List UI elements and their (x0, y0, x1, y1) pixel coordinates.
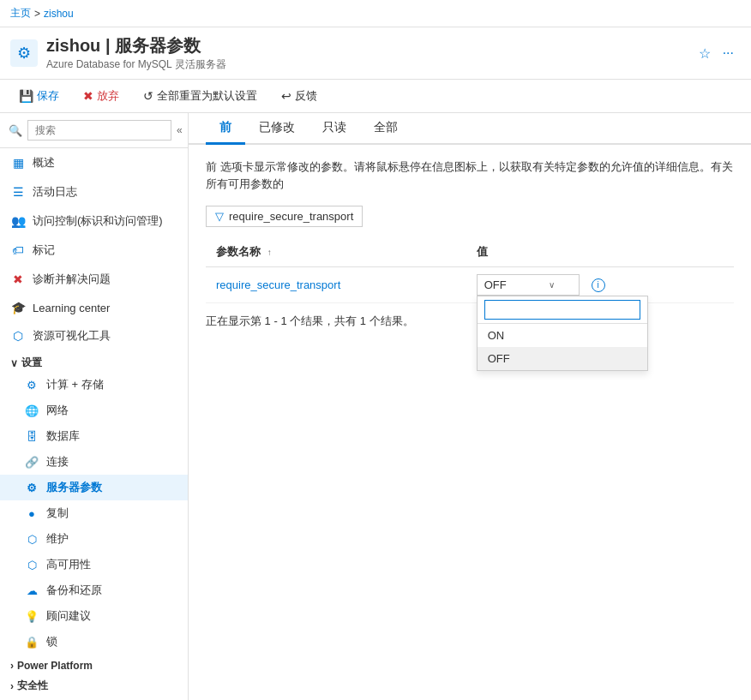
breadcrumb-current[interactable]: zishou (44, 8, 74, 20)
sidebar-item-label: 网络 (46, 403, 69, 418)
search-icon: 🔍 (9, 124, 22, 137)
search-box: 🔍 « (0, 113, 188, 148)
param-name[interactable]: require_secure_transport (216, 278, 340, 291)
sidebar-group-security[interactable]: › 安全性 (0, 673, 188, 695)
sidebar-item-label: 顾问建议 (46, 608, 91, 624)
sidebar-item-connect[interactable]: 🔗 连接 (0, 449, 188, 475)
result-count-text: 正在显示第 1 - 1 个结果，共有 1 个结果。 (206, 314, 734, 329)
info-icon[interactable]: i (592, 278, 605, 292)
server-params-icon: ⚙ (24, 482, 39, 494)
activity-log-icon: ☰ (10, 185, 26, 199)
tab-all[interactable]: 全部 (360, 113, 412, 145)
favorite-button[interactable]: ☆ (695, 42, 714, 65)
save-button[interactable]: 💾 保存 (14, 85, 64, 107)
sidebar-group-monitor[interactable]: › 监视 (0, 695, 188, 700)
sidebar-item-overview[interactable]: ▦ 概述 (0, 148, 188, 177)
breadcrumb-home[interactable]: 主页 (10, 6, 31, 21)
dropdown-select[interactable]: OFF ∨ (477, 274, 580, 296)
sidebar-item-server-params[interactable]: ⚙ 服务器参数 (0, 475, 188, 500)
sidebar-item-compute-storage[interactable]: ⚙ 计算 + 存储 (0, 372, 188, 398)
tags-icon: 🏷 (10, 243, 26, 257)
header-text-group: zishou | 服务器参数 Azure Database for MySQL … (46, 34, 226, 72)
sidebar-item-label: 连接 (46, 454, 69, 470)
sidebar-item-label: 资源可视化工具 (33, 328, 111, 344)
discard-button[interactable]: ✖ 放弃 (78, 85, 124, 107)
settings-group[interactable]: ∨ 设置 (0, 350, 188, 372)
value-dropdown[interactable]: OFF ∨ ON OFF (477, 274, 580, 296)
sidebar-item-label: 复制 (46, 506, 69, 521)
sidebar-item-label: 备份和还原 (46, 583, 102, 598)
search-input[interactable] (27, 120, 171, 141)
sidebar-item-label: 访问控制(标识和访问管理) (33, 213, 163, 229)
overview-icon: ▦ (10, 156, 26, 170)
page-subtitle: Azure Database for MySQL 灵活服务器 (46, 57, 226, 72)
dropdown-search-input[interactable] (484, 300, 640, 320)
more-button[interactable]: ··· (719, 42, 737, 64)
sort-icon[interactable]: ↑ (267, 248, 272, 257)
col-name-header: 参数名称 ↑ (206, 237, 466, 267)
sidebar-item-high-avail[interactable]: ⬡ 高可用性 (0, 552, 188, 577)
dropdown-option-off[interactable]: OFF (478, 347, 647, 370)
sidebar-item-label: 数据库 (46, 428, 80, 444)
sidebar-item-activity-log[interactable]: ☰ 活动日志 (0, 177, 188, 206)
parameter-table: 参数名称 ↑ 值 require_secure_transport (206, 237, 734, 303)
sidebar-group-label: 安全性 (17, 679, 48, 693)
sidebar-item-label: 概述 (33, 155, 55, 171)
sidebar-item-tags[interactable]: 🏷 标记 (0, 236, 188, 265)
diagnose-icon: ✖ (10, 272, 26, 286)
settings-group-collapse-icon: ∨ (10, 357, 18, 369)
sidebar-item-access-control[interactable]: 👥 访问控制(标识和访问管理) (0, 206, 188, 236)
sidebar-group-label: Power Platform (17, 660, 93, 672)
feedback-button[interactable]: ↩ 反馈 (276, 85, 322, 107)
reset-button[interactable]: ↺ 全部重置为默认设置 (138, 85, 262, 107)
service-icon: ⚙ (10, 39, 38, 67)
filter-bar: ▽ require_secure_transport (206, 206, 363, 227)
tab-bar: 前 已修改 只读 全部 (189, 113, 751, 145)
access-control-icon: 👥 (10, 214, 26, 228)
sidebar-item-diagnose[interactable]: ✖ 诊断并解决问题 (0, 265, 188, 294)
security-expand-icon: › (10, 680, 14, 692)
filter-text: require_secure_transport (229, 210, 353, 223)
sidebar-item-label: 诊断并解决问题 (33, 272, 111, 287)
advisor-icon: 💡 (24, 610, 39, 623)
dropdown-option-on[interactable]: ON (478, 324, 647, 347)
tab-modified[interactable]: 前 (206, 113, 245, 145)
sidebar-item-network[interactable]: 🌐 网络 (0, 398, 188, 423)
sidebar-item-replication[interactable]: ● 复制 (0, 500, 188, 526)
sidebar-item-lock[interactable]: 🔒 锁 (0, 629, 188, 655)
tab-readonly[interactable]: 只读 (309, 113, 360, 145)
connect-icon: 🔗 (24, 456, 39, 469)
sidebar-item-maintenance[interactable]: ⬡ 维护 (0, 526, 188, 552)
backup-restore-icon: ☁ (24, 584, 39, 597)
high-avail-icon: ⬡ (24, 559, 39, 571)
sidebar-item-database[interactable]: 🗄 数据库 (0, 423, 188, 449)
sidebar-group-power-platform[interactable]: › Power Platform (0, 655, 188, 673)
replication-icon: ● (24, 507, 39, 520)
reset-icon: ↺ (143, 89, 153, 103)
header-actions: ☆ ··· (695, 42, 737, 65)
col-value-header: 值 (466, 237, 734, 267)
settings-group-label: 设置 (21, 356, 42, 370)
database-icon: 🗄 (24, 430, 39, 443)
tab-changed[interactable]: 已修改 (245, 113, 309, 145)
filter-icon: ▽ (215, 210, 224, 223)
learning-center-icon: 🎓 (10, 301, 26, 314)
compute-storage-icon: ⚙ (24, 379, 39, 392)
sidebar-item-learning-center[interactable]: 🎓 Learning center (0, 294, 188, 321)
sidebar-item-resource-viz[interactable]: ⬡ 资源可视化工具 (0, 321, 188, 350)
breadcrumb: 主页 > zishou (0, 0, 751, 27)
resource-viz-icon: ⬡ (10, 329, 26, 343)
toolbar: 💾 保存 ✖ 放弃 ↺ 全部重置为默认设置 ↩ 反馈 (0, 80, 751, 113)
collapse-button[interactable]: « (177, 124, 183, 136)
sidebar-item-advisor[interactable]: 💡 顾问建议 (0, 603, 188, 629)
sidebar-item-backup-restore[interactable]: ☁ 备份和还原 (0, 577, 188, 603)
content-body: 前 选项卡显示常修改的参数。请将鼠标悬停在信息图标上，以获取有关特定参数的允许值… (189, 145, 751, 343)
sidebar-item-label: 高可用性 (46, 557, 91, 572)
sidebar-item-label: 计算 + 存储 (46, 377, 104, 392)
dropdown-current-value: OFF (484, 278, 507, 291)
main-layout: 🔍 « ▦ 概述 ☰ 活动日志 👥 访问控制(标识和访问管理) 🏷 标记 ✖ 诊… (0, 113, 751, 700)
network-icon: 🌐 (24, 404, 39, 417)
dropdown-menu: ON OFF (477, 296, 648, 371)
dropdown-arrow-icon: ∨ (549, 280, 555, 290)
maintenance-icon: ⬡ (24, 533, 39, 546)
